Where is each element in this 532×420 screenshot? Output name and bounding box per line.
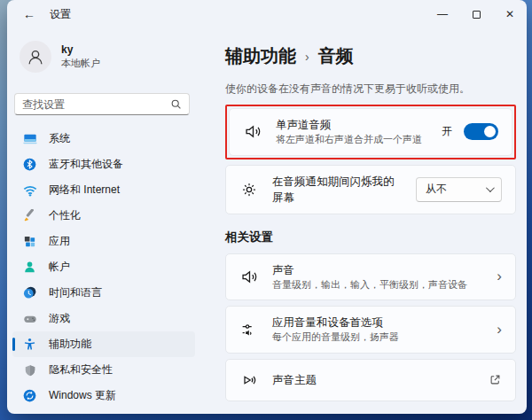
sidebar-item-label: 帐户 [49, 260, 70, 275]
windows-update-icon [22, 388, 37, 403]
sidebar-item-label: 蓝牙和其他设备 [49, 157, 123, 172]
volume-mixer-icon [239, 320, 259, 339]
avatar [20, 41, 51, 73]
app-volume-title: 应用音量和设备首选项 [272, 315, 483, 331]
close-button[interactable]: ✕ [493, 0, 527, 28]
sound-theme-card[interactable]: 声音主题 [225, 359, 516, 401]
main-content: 辅助功能 › 音频 使你的设备在没有声音的情况下更易于收听或使用。 单声道音频 … [195, 28, 527, 414]
page-description: 使你的设备在没有声音的情况下更易于收听或使用。 [225, 82, 516, 97]
mono-audio-title: 单声道音频 [276, 117, 428, 133]
user-account[interactable]: ky 本地帐户 [20, 41, 195, 73]
sidebar-item-label: 系统 [49, 131, 70, 146]
settings-window: ← 设置 — ✕ ky 本地帐户 [7, 0, 527, 414]
sidebar-item-accounts[interactable]: 帐户 [12, 254, 195, 280]
sidebar-item-label: 辅助功能 [49, 337, 91, 352]
toggle-knob [484, 126, 496, 137]
sidebar-item-bluetooth[interactable]: 蓝牙和其他设备 [12, 152, 195, 177]
external-link-icon [488, 373, 502, 387]
sidebar-item-network[interactable]: 网络和 Internet [12, 177, 195, 203]
window-title: 设置 [50, 7, 71, 22]
mono-audio-toggle[interactable] [464, 123, 498, 140]
sound-theme-icon [239, 370, 259, 390]
gaming-icon [22, 311, 37, 326]
minimize-button[interactable]: — [426, 0, 459, 28]
sidebar-item-label: 应用 [49, 234, 70, 249]
person-icon [26, 47, 45, 66]
search-box[interactable] [14, 93, 190, 115]
sidebar-item-label: 时间和语言 [49, 285, 102, 300]
mono-audio-subtitle: 将左声道和右声道合并成一个声道 [276, 133, 428, 146]
sidebar-item-label: 隐私和安全性 [49, 362, 113, 377]
sidebar-item-label: 个性化 [49, 208, 81, 223]
flash-screen-dropdown[interactable]: 从不 [416, 177, 502, 202]
sidebar: ky 本地帐户 系统 [12, 28, 195, 414]
sidebar-item-label: 游戏 [49, 311, 70, 326]
desktop: { "colors": { "accent": "#0067c0", "high… [0, 0, 532, 420]
sidebar-item-gaming[interactable]: 游戏 [12, 306, 195, 331]
related-settings-heading: 相关设置 [225, 229, 516, 245]
sidebar-item-time-language[interactable]: 时间和语言 [12, 280, 195, 306]
search-icon [170, 98, 182, 110]
chevron-right-icon: › [497, 322, 502, 338]
dropdown-selected-value: 从不 [426, 182, 486, 197]
user-name: ky [61, 43, 100, 58]
search-input[interactable] [22, 98, 170, 111]
toggle-state-label: 开 [442, 124, 452, 139]
accounts-icon [22, 260, 37, 275]
chevron-down-icon [486, 183, 495, 192]
network-icon [22, 183, 37, 198]
privacy-icon [22, 362, 37, 377]
page-title: 音频 [318, 44, 354, 68]
sound-theme-title: 声音主题 [272, 372, 474, 388]
sound-card-title: 声音 [272, 262, 483, 278]
speaker-icon [243, 122, 262, 142]
sidebar-item-label: Windows 更新 [49, 388, 116, 403]
sidebar-item-privacy[interactable]: 隐私和安全性 [12, 357, 195, 383]
breadcrumb-separator: › [305, 50, 309, 64]
sidebar-item-system[interactable]: 系统 [12, 126, 195, 152]
time-language-icon [22, 285, 37, 300]
sidebar-item-accessibility[interactable]: 辅助功能 [12, 331, 195, 357]
flash-screen-card: 在音频通知期间闪烁我的屏幕 从不 [225, 165, 516, 214]
personalization-icon [22, 208, 37, 223]
chevron-right-icon: › [497, 268, 502, 285]
system-icon [22, 131, 37, 146]
app-volume-card[interactable]: 应用音量和设备首选项 每个应用的音量级别，扬声器 › [225, 306, 516, 354]
maximize-icon [473, 11, 481, 19]
sound-card-subtitle: 音量级别，输出，输入，平衡级别，声音设备 [272, 278, 483, 292]
sound-settings-card[interactable]: 声音 音量级别，输出，输入，平衡级别，声音设备 › [225, 253, 516, 301]
back-button[interactable]: ← [18, 4, 41, 24]
sidebar-item-personalization[interactable]: 个性化 [12, 203, 195, 229]
accessibility-icon [22, 337, 37, 352]
highlight-annotation: 单声道音频 将左声道和右声道合并成一个声道 开 [225, 105, 516, 159]
user-account-type: 本地帐户 [61, 57, 100, 70]
breadcrumb: 辅助功能 › 音频 [225, 44, 516, 68]
mono-audio-card: 单声道音频 将左声道和右声道合并成一个声道 开 [229, 108, 512, 156]
titlebar: ← 设置 — ✕ [7, 0, 527, 28]
app-volume-subtitle: 每个应用的音量级别，扬声器 [272, 331, 483, 344]
flash-icon [239, 180, 259, 199]
sidebar-nav: 系统 蓝牙和其他设备 网络和 Internet [12, 126, 195, 408]
sidebar-item-label: 网络和 Internet [49, 183, 120, 198]
sidebar-item-apps[interactable]: 应用 [12, 229, 195, 254]
maximize-button[interactable] [459, 0, 493, 28]
apps-icon [22, 234, 37, 249]
flash-screen-label: 在音频通知期间闪烁我的屏幕 [272, 174, 403, 206]
bluetooth-icon [22, 157, 37, 172]
speaker-icon [239, 268, 259, 287]
sidebar-item-windows-update[interactable]: Windows 更新 [12, 383, 195, 408]
breadcrumb-parent[interactable]: 辅助功能 [225, 44, 296, 68]
